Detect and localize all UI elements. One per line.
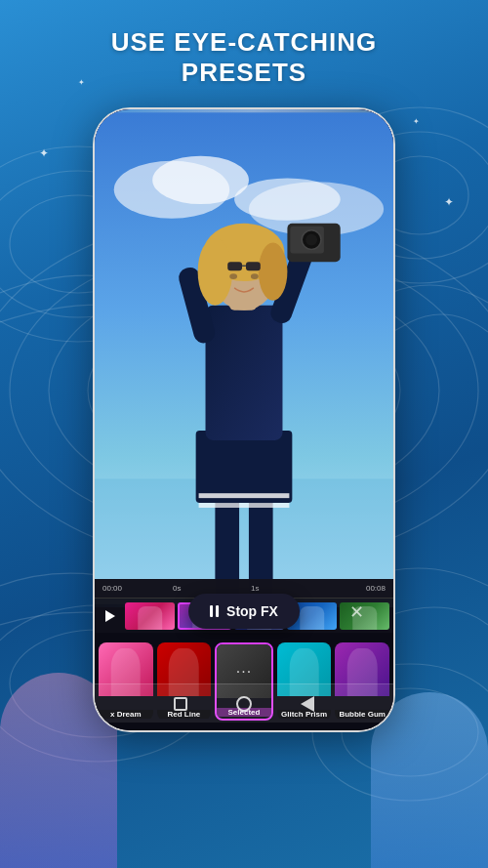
svg-marker-42 xyxy=(105,610,115,622)
phone-inner: 00:00 0s 1s 00:08 xyxy=(95,109,393,730)
nav-square-button[interactable] xyxy=(174,697,187,711)
phone-frame: 00:00 0s 1s 00:08 xyxy=(93,107,395,732)
photo-area xyxy=(95,109,393,607)
pause-icon xyxy=(210,605,219,617)
sparkle-4: ✦ xyxy=(413,117,420,126)
svg-point-37 xyxy=(229,273,237,279)
track-thumb-5[interactable] xyxy=(340,602,389,630)
svg-rect-24 xyxy=(199,503,290,508)
nav-circle-button[interactable] xyxy=(236,696,252,712)
svg-rect-40 xyxy=(246,262,261,270)
svg-point-18 xyxy=(234,178,341,220)
svg-rect-39 xyxy=(227,262,242,270)
pause-bar-right xyxy=(216,605,219,617)
close-button[interactable]: ✕ xyxy=(349,601,364,623)
stop-fx-button[interactable]: Stop FX xyxy=(188,594,300,629)
bottom-nav xyxy=(95,683,393,723)
time-1s: 1s xyxy=(251,584,259,593)
time-mid: 0s xyxy=(173,584,181,593)
pause-bar-left xyxy=(210,605,213,617)
person-svg xyxy=(95,109,393,607)
preset-dots: ··· xyxy=(236,663,252,681)
time-end: 00:08 xyxy=(366,584,386,593)
stop-fx-label: Stop FX xyxy=(226,603,278,619)
svg-point-36 xyxy=(259,243,288,301)
svg-point-31 xyxy=(305,234,317,246)
nav-back-button[interactable] xyxy=(301,696,314,712)
svg-rect-25 xyxy=(206,306,283,440)
svg-rect-23 xyxy=(199,493,290,498)
sparkle-2: ✦ xyxy=(444,195,454,209)
play-button[interactable] xyxy=(99,604,122,628)
sparkle-1: ✦ xyxy=(39,146,49,160)
track-thumb-1[interactable] xyxy=(125,602,175,630)
svg-point-38 xyxy=(251,273,259,279)
svg-point-16 xyxy=(152,156,249,204)
page-title: USE EYE-CATCHING PRESETS xyxy=(0,27,488,88)
svg-rect-22 xyxy=(196,431,293,503)
svg-point-35 xyxy=(198,238,233,306)
time-start: 00:00 xyxy=(102,584,122,593)
